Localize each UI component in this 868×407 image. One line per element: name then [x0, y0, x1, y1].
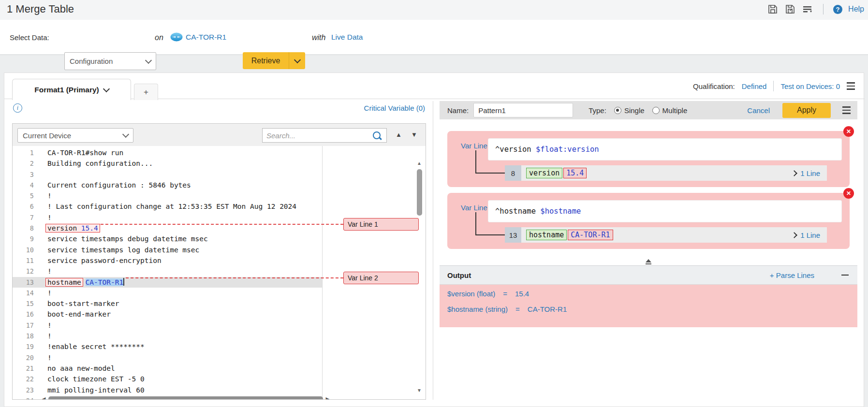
expand-match-2-button[interactable]: 1 Line: [792, 231, 820, 239]
data-type-select[interactable]: Configuration: [64, 52, 156, 70]
search-input[interactable]: [263, 131, 373, 140]
type-single-radio[interactable]: [614, 107, 621, 114]
code-line[interactable]: 10service timestamps log datetime msec: [13, 245, 322, 255]
code-line[interactable]: 11service password-encryption: [13, 255, 322, 266]
code-line[interactable]: 9service timestamps debug datetime msec: [13, 233, 322, 244]
minimize-icon[interactable]: [841, 275, 849, 276]
code-line[interactable]: 6! Last configuration change at 12:53:35…: [13, 201, 322, 212]
code-line[interactable]: 23mmi polling-interval 60: [13, 385, 322, 395]
critical-variable-link[interactable]: Critical Variable (0): [364, 104, 425, 112]
code-line[interactable]: 21no aaa new-model: [13, 363, 322, 374]
line-number: 1: [13, 147, 47, 158]
chevron-down-icon: [294, 56, 300, 63]
var-line-1-annotation[interactable]: Var Line 1: [343, 218, 419, 231]
collapse-output-button[interactable]: [645, 259, 652, 265]
select-data-label: Select Data:: [10, 33, 49, 42]
dashed-connector-1: [101, 224, 343, 225]
line-text: !enable secret ********: [47, 341, 145, 352]
scroll-up-arrow[interactable]: ▲: [417, 160, 422, 166]
code-line[interactable]: 15boot-start-marker: [13, 298, 322, 309]
type-multiple-radio[interactable]: [652, 107, 660, 114]
code-line[interactable]: 5!: [13, 190, 322, 201]
code-line[interactable]: 14!: [13, 288, 322, 298]
search-prev-button[interactable]: ▲: [396, 131, 402, 138]
type-single-label: Single: [624, 106, 645, 115]
connector: [475, 150, 476, 173]
with-label: with: [312, 33, 325, 42]
code-line[interactable]: 2Building configuration...: [13, 158, 322, 169]
vertical-scrollbar[interactable]: [417, 169, 422, 216]
output-row: $hostname (string)=CA-TOR-R1: [447, 305, 857, 313]
save-as-icon[interactable]: [784, 3, 796, 15]
live-data-link[interactable]: Live Data: [331, 33, 363, 42]
code-line[interactable]: 19!enable secret ********: [13, 341, 322, 352]
qualification-link[interactable]: Defined: [742, 82, 767, 90]
code-line[interactable]: 16boot-end-marker: [13, 309, 322, 320]
menu-icon[interactable]: [847, 82, 855, 89]
var-line-1-match-row[interactable]: 8 version 15.4 1 Line: [505, 165, 827, 181]
expand-match-1-button[interactable]: 1 Line: [792, 169, 820, 177]
tab-format1[interactable]: Format1 (Primary): [12, 79, 131, 100]
code-line[interactable]: 22clock timezone EST -5 0: [13, 374, 322, 384]
scroll-left-arrow[interactable]: ◀: [42, 396, 45, 400]
var-line-2-match-row[interactable]: 13 hostname CA-TOR-R1 1 Line: [505, 227, 827, 243]
help-link[interactable]: Help: [848, 5, 864, 14]
match-value: 15.4: [563, 168, 587, 178]
var-line-1-pattern-input[interactable]: ^version $float:version: [488, 138, 842, 160]
code-line[interactable]: 7!: [13, 212, 322, 223]
connector: [475, 212, 476, 235]
retrieve-dropdown-button[interactable]: [289, 52, 305, 69]
title-bar-actions: ? Help: [767, 3, 864, 15]
add-tab-button[interactable]: +: [134, 84, 158, 100]
line-text: !: [47, 266, 52, 276]
line-number: 19: [13, 341, 47, 352]
info-icon[interactable]: i: [13, 103, 22, 113]
apply-button[interactable]: Apply: [782, 103, 831, 118]
retrieve-button[interactable]: Retrieve: [243, 52, 289, 69]
line-number: 17: [13, 320, 47, 331]
chevron-right-icon: [791, 232, 797, 238]
code-line[interactable]: 1CA-TOR-R1#show run: [13, 147, 322, 158]
code-line[interactable]: 20!: [13, 352, 322, 363]
horizontal-scrollbar[interactable]: ◀ ▶: [42, 395, 330, 400]
pattern-name-input[interactable]: [473, 103, 573, 117]
matched-text-box: version 15.4: [45, 224, 100, 233]
line-number: 16: [13, 309, 47, 320]
var-line-2-pattern-input[interactable]: ^hostname $hostname: [488, 200, 842, 222]
delete-var-line-1-button[interactable]: ✕: [843, 126, 854, 137]
line-number: 18: [13, 331, 47, 341]
search-next-button[interactable]: ▼: [411, 131, 417, 138]
title-bar: 1 Merge Table ? Help: [0, 0, 868, 20]
code-line[interactable]: 4Current configuration : 5846 bytes: [13, 180, 322, 190]
device-link[interactable]: CA-TOR-R1: [186, 33, 226, 42]
var-line-2-annotation[interactable]: Var Line 2: [343, 272, 419, 284]
menu-icon[interactable]: [842, 106, 851, 114]
search-box: [262, 128, 387, 143]
pattern-text: ^hostname: [495, 207, 540, 216]
line-text: version 15.4: [47, 223, 98, 233]
list-menu-icon[interactable]: [802, 3, 813, 15]
parse-lines-link[interactable]: + Parse Lines: [770, 271, 814, 279]
line-text: !: [47, 190, 52, 201]
code-line[interactable]: 3: [13, 169, 322, 180]
scroll-right-arrow[interactable]: ▶: [326, 396, 330, 400]
config-editor[interactable]: 1CA-TOR-R1#show run2Building configurati…: [12, 146, 426, 400]
match-keyword: hostname: [526, 230, 567, 240]
save-icon[interactable]: [767, 3, 779, 15]
cancel-button[interactable]: Cancel: [747, 106, 770, 115]
test-on-devices-link[interactable]: Test on Devices: 0: [780, 82, 840, 90]
horizontal-scroll-thumb[interactable]: [48, 396, 323, 400]
code-line[interactable]: 18!: [13, 331, 322, 341]
output-header: Output + Parse Lines: [440, 265, 857, 285]
code-line[interactable]: 17!: [13, 320, 322, 331]
device-scope-select[interactable]: Current Device: [17, 128, 133, 143]
search-icon[interactable]: [373, 131, 381, 139]
code-line[interactable]: 12!: [13, 266, 322, 276]
pattern-panel: Name: Type: Single Multiple Cancel Apply…: [440, 101, 857, 400]
line-text: !: [47, 352, 52, 363]
delete-var-line-2-button[interactable]: ✕: [843, 188, 854, 199]
help-icon[interactable]: ?: [833, 5, 842, 14]
tab-row-meta: Qualification: Defined Test on Devices: …: [693, 73, 855, 99]
chevron-down-icon: [145, 57, 152, 63]
scroll-down-arrow[interactable]: ▼: [417, 388, 422, 393]
